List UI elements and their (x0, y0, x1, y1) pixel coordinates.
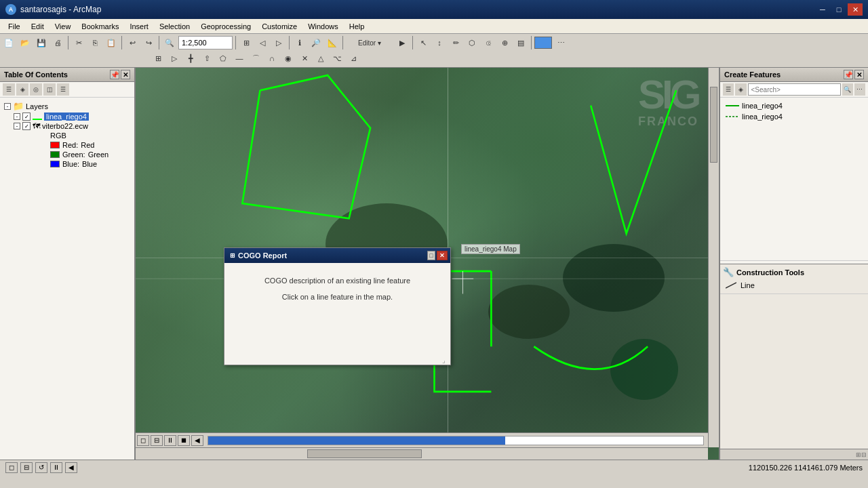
tool11[interactable]: ⊿ (346, 51, 361, 66)
feature-item-1[interactable]: linea_riego4 (723, 100, 865, 111)
tool2[interactable]: ⇧ (199, 51, 214, 66)
dialog-resize-handle[interactable]: ⌟ (442, 357, 449, 363)
identify-button[interactable]: ℹ (292, 35, 307, 50)
map-scrollbar-horizontal[interactable] (136, 447, 708, 460)
measure-button[interactable]: 📐 (325, 35, 340, 50)
cf-resize-handle[interactable]: ⊞⊟ (856, 451, 867, 458)
arrow-button[interactable]: ↕ (432, 35, 447, 50)
play-button[interactable]: ▶ (395, 35, 410, 50)
open-button[interactable]: 📂 (18, 35, 33, 50)
expand-layers[interactable]: - (4, 103, 11, 110)
cf-search-btn[interactable]: 🔍 (842, 83, 853, 96)
print-button[interactable]: 🖨 (50, 35, 65, 50)
menu-bookmarks[interactable]: Bookmarks (76, 21, 124, 32)
zoom-prev-button[interactable]: ◁ (255, 35, 270, 50)
draw-button[interactable]: ✏ (448, 35, 463, 50)
map-area[interactable]: SIG FRANCO linea_riego4 Map (136, 68, 719, 460)
cf-tool2[interactable]: ◈ (735, 83, 746, 96)
layer-viterbo[interactable]: - 🗺 viterbo22.ecw (12, 121, 132, 131)
minimize-button[interactable]: ─ (815, 3, 830, 16)
snap-button[interactable]: ⊕ (497, 35, 512, 50)
menu-customize[interactable]: Customize (256, 21, 302, 32)
menu-edit[interactable]: Edit (26, 21, 50, 32)
start-edit[interactable]: ▷ (167, 51, 182, 66)
layer-linea-check[interactable] (22, 113, 31, 121)
tool8[interactable]: ✕ (297, 51, 312, 66)
cf-pin-button[interactable]: 📌 (844, 70, 853, 79)
more-tools[interactable]: ⋯ (553, 35, 568, 50)
menu-file[interactable]: File (3, 21, 26, 32)
select-button[interactable]: ↖ (416, 35, 431, 50)
layer-viterbo-check[interactable] (22, 122, 31, 130)
feature-item-2[interactable]: linea_riego4 (723, 111, 865, 122)
status-btn-4[interactable]: ⏸ (50, 462, 62, 473)
color-selector[interactable] (534, 37, 552, 49)
layers-root[interactable]: - 📁 Layers (3, 100, 132, 112)
edit-vertices[interactable]: ⬡ (465, 35, 479, 50)
toc-opt-btn[interactable]: ☰ (57, 83, 69, 96)
prev-page-btn[interactable]: ◀ (191, 435, 203, 446)
expand-linea[interactable]: - (14, 113, 20, 120)
sketch-button[interactable]: ⟃ (481, 35, 496, 50)
tool1[interactable]: ╋ (183, 51, 198, 66)
status-btn-5[interactable]: ◀ (65, 462, 77, 473)
layer-linea-riego4[interactable]: - linea_riego4 (12, 112, 132, 121)
close-button[interactable]: ✕ (848, 3, 863, 16)
dialog-resize-button[interactable]: □ (427, 251, 435, 260)
cf-search-input[interactable] (748, 83, 841, 96)
attr-table[interactable]: ▤ (513, 35, 528, 50)
scalebar-btn[interactable]: ⊟ (151, 435, 163, 446)
menu-windows[interactable]: Windows (302, 21, 344, 32)
status-btn-1[interactable]: ◻ (5, 462, 18, 473)
tool10[interactable]: ⌥ (330, 51, 344, 66)
cut-button[interactable]: ✂ (71, 35, 86, 50)
paste-button[interactable]: 📋 (104, 35, 119, 50)
redo-button[interactable]: ↪ (141, 35, 156, 50)
status-btn-2[interactable]: ⊟ (20, 462, 33, 473)
find-button[interactable]: 🔎 (309, 35, 323, 50)
stop-btn[interactable]: ⏹ (178, 435, 190, 446)
toc-close-button[interactable]: ✕ (121, 70, 130, 79)
editor-dropdown[interactable]: Editor ▾ (346, 35, 393, 50)
expand-viterbo[interactable]: - (14, 123, 20, 129)
zoom-full-button[interactable]: ⊞ (239, 35, 254, 50)
tool6[interactable]: ∩ (264, 51, 279, 66)
save-button[interactable]: 💾 (34, 35, 49, 50)
menu-view[interactable]: View (50, 21, 77, 32)
copy-button[interactable]: ⎘ (87, 35, 102, 50)
status-btn-3[interactable]: ↺ (35, 462, 47, 473)
tool3[interactable]: ⬠ (216, 51, 231, 66)
undo-button[interactable]: ↩ (125, 35, 140, 50)
pause-btn[interactable]: ⏸ (164, 435, 176, 446)
toc-vis-btn[interactable]: ◎ (30, 83, 42, 96)
construction-tools-header: 🔧 Construction Tools (723, 267, 865, 277)
toc-source-btn[interactable]: ◈ (16, 83, 28, 96)
toc-pin-button[interactable]: 📌 (110, 70, 119, 79)
map-scroll-thumb-h[interactable] (307, 449, 422, 458)
toc-list-btn[interactable]: ☰ (3, 83, 15, 96)
menu-selection[interactable]: Selection (154, 21, 195, 32)
tool-line[interactable]: Line (723, 280, 865, 291)
cf-close-button[interactable]: ✕ (854, 70, 864, 79)
menu-geoprocessing[interactable]: Geoprocessing (195, 21, 256, 32)
overview-btn[interactable]: ◻ (137, 435, 149, 446)
tool9[interactable]: △ (313, 51, 328, 66)
scale-dropdown[interactable]: 1:2,500 (178, 36, 233, 49)
cf-tool1[interactable]: ☰ (723, 83, 734, 96)
dialog-close-button[interactable]: ✕ (437, 251, 448, 260)
maximize-button[interactable]: □ (831, 3, 846, 16)
tool4[interactable]: — (232, 51, 247, 66)
menu-help[interactable]: Help (344, 21, 370, 32)
cf-options-btn[interactable]: ⋯ (854, 83, 865, 96)
tool7[interactable]: ◉ (281, 51, 296, 66)
map-scroll-thumb-v[interactable] (710, 87, 717, 163)
grid-button[interactable]: ⊞ (151, 51, 165, 66)
dialog-drag-handle[interactable]: ⊞ (230, 252, 235, 259)
zoom-in-button[interactable]: 🔍 (162, 35, 177, 50)
toc-sel-btn[interactable]: ◫ (43, 83, 56, 96)
menu-insert[interactable]: Insert (124, 21, 154, 32)
zoom-next-button[interactable]: ▷ (271, 35, 286, 50)
tool5[interactable]: ⌒ (248, 51, 263, 66)
new-button[interactable]: 📄 (1, 35, 16, 50)
map-scrollbar-vertical[interactable] (708, 68, 719, 447)
